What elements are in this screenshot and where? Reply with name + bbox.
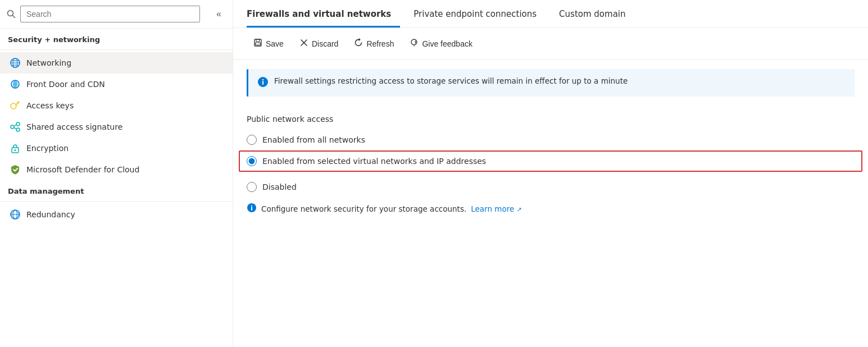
- sidebar-item-defender[interactable]: Microsoft Defender for Cloud: [0, 159, 233, 180]
- sidebar-scroll: Security + networking Networking: [0, 29, 233, 347]
- info-banner: Firewall settings restricting access to …: [247, 69, 855, 97]
- radio-selected-networks-label: Enabled from selected virtual networks a…: [262, 157, 486, 166]
- configure-info-icon: [247, 203, 257, 215]
- toolbar: Save Discard Refresh: [233, 28, 868, 60]
- discard-icon: [299, 38, 308, 49]
- save-label: Save: [266, 39, 284, 48]
- svg-point-10: [11, 125, 14, 129]
- sidebar-item-front-door-label: Front Door and CDN: [26, 80, 105, 89]
- encryption-icon: [10, 143, 21, 154]
- svg-point-29: [262, 79, 263, 80]
- configure-text: Configure network security for your stor…: [261, 204, 466, 213]
- svg-point-26: [413, 45, 415, 47]
- info-banner-text: Firewall settings restricting access to …: [274, 76, 628, 86]
- refresh-icon: [354, 38, 363, 49]
- tabs-bar: Firewalls and virtual networks Private e…: [233, 0, 868, 28]
- svg-point-32: [251, 205, 252, 206]
- main-content: Firewalls and virtual networks Private e…: [233, 0, 868, 347]
- sidebar-item-networking[interactable]: Networking: [0, 52, 233, 74]
- radio-item-all-networks: Enabled from all networks: [247, 130, 855, 149]
- discard-button[interactable]: Discard: [293, 35, 345, 53]
- external-link-icon: ↗: [517, 206, 522, 213]
- search-icon: [7, 10, 16, 19]
- svg-line-1: [13, 16, 15, 18]
- sidebar-item-access-keys-label: Access keys: [26, 101, 74, 110]
- main-section: Public network access Enabled from all n…: [233, 106, 868, 227]
- front-door-icon: [10, 79, 21, 90]
- configure-row: Configure network security for your stor…: [247, 199, 855, 218]
- radio-disabled[interactable]: [247, 182, 257, 192]
- svg-point-12: [16, 128, 20, 131]
- save-icon: [253, 38, 262, 49]
- svg-point-11: [16, 122, 20, 126]
- section-label-data-management: Data management: [0, 180, 233, 199]
- learn-more-link[interactable]: Learn more ↗: [471, 204, 522, 213]
- sidebar-item-access-keys[interactable]: Access keys: [0, 95, 233, 116]
- refresh-button[interactable]: Refresh: [347, 35, 401, 53]
- section-label-security: Security + networking: [0, 29, 233, 47]
- radio-all-networks-label: Enabled from all networks: [262, 135, 365, 144]
- svg-line-14: [14, 127, 16, 129]
- discard-label: Discard: [312, 39, 338, 48]
- sidebar-item-redundancy[interactable]: Redundancy: [0, 204, 233, 225]
- access-keys-icon: [10, 100, 21, 111]
- section-divider-2: [0, 201, 233, 202]
- sidebar-item-defender-label: Microsoft Defender for Cloud: [26, 165, 139, 174]
- tab-custom-domain[interactable]: Custom domain: [559, 0, 634, 28]
- section-divider: [0, 49, 233, 50]
- svg-rect-22: [256, 43, 261, 45]
- radio-disabled-label: Disabled: [262, 182, 297, 191]
- feedback-icon: [410, 38, 419, 49]
- svg-line-13: [14, 125, 16, 126]
- radio-group-public-access: Enabled from all networks Enabled from s…: [247, 130, 855, 197]
- tab-private-endpoint[interactable]: Private endpoint connections: [413, 0, 546, 28]
- feedback-label: Give feedback: [422, 39, 472, 48]
- sidebar: « Security + networking Networking: [0, 0, 233, 347]
- feedback-button[interactable]: Give feedback: [403, 35, 479, 53]
- refresh-label: Refresh: [366, 39, 394, 48]
- shared-access-icon: [10, 121, 21, 133]
- public-network-access-label: Public network access: [247, 115, 855, 124]
- sidebar-item-shared-access[interactable]: Shared access signature: [0, 116, 233, 138]
- sidebar-item-encryption-label: Encryption: [26, 144, 69, 153]
- radio-selected-networks[interactable]: [247, 156, 257, 166]
- redundancy-icon: [10, 209, 21, 220]
- collapse-button[interactable]: «: [212, 7, 226, 21]
- save-button[interactable]: Save: [247, 35, 290, 53]
- sidebar-item-shared-access-label: Shared access signature: [26, 122, 122, 131]
- svg-point-9: [11, 103, 16, 109]
- radio-item-disabled: Disabled: [247, 177, 855, 197]
- sidebar-item-networking-label: Networking: [26, 58, 71, 67]
- radio-item-selected-networks: Enabled from selected virtual networks a…: [239, 150, 862, 172]
- info-icon: [257, 76, 269, 90]
- learn-more-label: Learn more: [471, 204, 514, 213]
- tab-firewalls[interactable]: Firewalls and virtual networks: [247, 0, 400, 28]
- svg-point-16: [15, 149, 16, 151]
- sidebar-item-encryption[interactable]: Encryption: [0, 138, 233, 159]
- sidebar-item-front-door[interactable]: Front Door and CDN: [0, 74, 233, 95]
- defender-icon: [10, 164, 21, 175]
- sidebar-item-redundancy-label: Redundancy: [26, 210, 75, 219]
- search-input[interactable]: [20, 6, 200, 22]
- radio-all-networks[interactable]: [247, 135, 257, 145]
- search-bar: «: [0, 0, 233, 29]
- networking-icon: [10, 57, 21, 69]
